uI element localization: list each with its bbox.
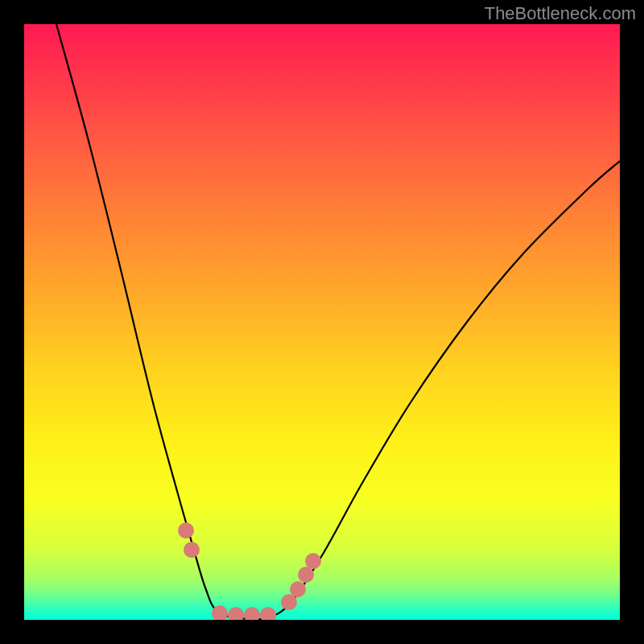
plot-svg [24, 24, 620, 620]
watermark-text: TheBottleneck.com [485, 3, 636, 24]
highlight-dot [244, 607, 260, 620]
highlight-dot [290, 581, 306, 597]
plot-area [24, 24, 620, 620]
highlight-dot [305, 553, 321, 569]
highlight-dot [260, 607, 276, 620]
highlight-dot [228, 607, 244, 620]
highlight-dot [298, 567, 314, 583]
bottleneck-curve [56, 24, 620, 620]
chart-frame: TheBottleneck.com [0, 0, 644, 644]
highlight-dot [184, 542, 200, 558]
highlight-dot [178, 522, 194, 539]
curve-layer [56, 24, 620, 620]
